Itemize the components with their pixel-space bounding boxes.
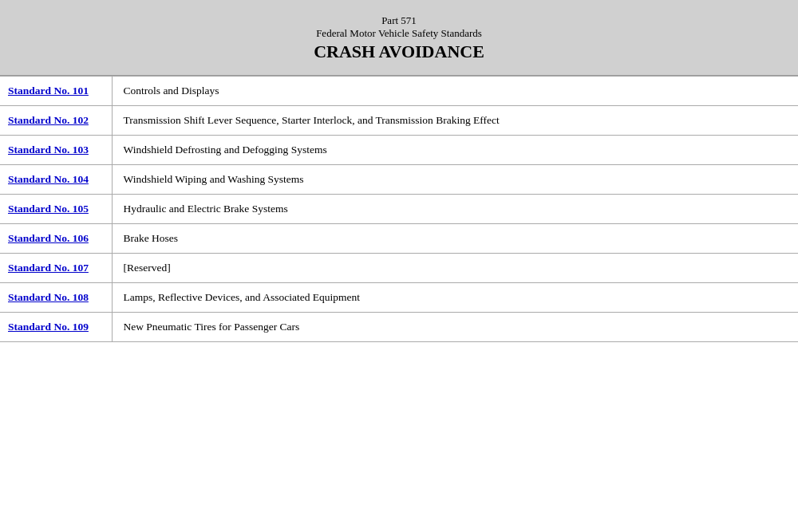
- standard-number-cell: Standard No. 102: [0, 106, 112, 136]
- standard-number-cell: Standard No. 109: [0, 313, 112, 342]
- standard-link[interactable]: Standard No. 107: [8, 262, 89, 274]
- standard-description-cell: [Reserved]: [112, 254, 798, 283]
- page-header: Part 571 Federal Motor Vehicle Safety St…: [0, 0, 798, 76]
- standard-number-cell: Standard No. 104: [0, 165, 112, 195]
- standard-description-cell: Windshield Wiping and Washing Systems: [112, 165, 798, 195]
- standard-link[interactable]: Standard No. 101: [8, 85, 89, 97]
- standard-link[interactable]: Standard No. 109: [8, 321, 89, 333]
- standard-description: New Pneumatic Tires for Passenger Cars: [124, 321, 300, 333]
- standard-description-cell: Transmission Shift Lever Sequence, Start…: [112, 106, 798, 136]
- table-row: Standard No. 101Controls and Displays: [0, 77, 798, 106]
- table-row: Standard No. 106Brake Hoses: [0, 224, 798, 254]
- standard-description: Windshield Wiping and Washing Systems: [124, 173, 304, 185]
- standard-description: Lamps, Reflective Devices, and Associate…: [124, 291, 361, 303]
- standard-number-cell: Standard No. 108: [0, 283, 112, 313]
- table-row: Standard No. 104Windshield Wiping and Wa…: [0, 165, 798, 195]
- standards-table-container: Standard No. 101Controls and DisplaysSta…: [0, 76, 798, 342]
- standard-description: Controls and Displays: [124, 85, 219, 97]
- standard-link[interactable]: Standard No. 104: [8, 173, 89, 185]
- standard-link[interactable]: Standard No. 108: [8, 291, 89, 303]
- standard-description-cell: Lamps, Reflective Devices, and Associate…: [112, 283, 798, 313]
- table-row: Standard No. 105Hydraulic and Electric B…: [0, 195, 798, 224]
- standard-description-cell: New Pneumatic Tires for Passenger Cars: [112, 313, 798, 342]
- standard-link[interactable]: Standard No. 103: [8, 144, 89, 156]
- standard-description: Hydraulic and Electric Brake Systems: [124, 203, 288, 215]
- standard-link[interactable]: Standard No. 105: [8, 203, 89, 215]
- standard-description: Windshield Defrosting and Defogging Syst…: [124, 144, 327, 156]
- table-row: Standard No. 102Transmission Shift Lever…: [0, 106, 798, 136]
- standards-table: Standard No. 101Controls and DisplaysSta…: [0, 76, 798, 342]
- header-subtitle: Federal Motor Vehicle Safety Standards: [8, 27, 790, 40]
- table-row: Standard No. 107[Reserved]: [0, 254, 798, 283]
- standard-link[interactable]: Standard No. 102: [8, 114, 89, 126]
- table-row: Standard No. 108Lamps, Reflective Device…: [0, 283, 798, 313]
- standard-number-cell: Standard No. 105: [0, 195, 112, 224]
- standard-number-cell: Standard No. 107: [0, 254, 112, 283]
- table-row: Standard No. 109New Pneumatic Tires for …: [0, 313, 798, 342]
- standard-link[interactable]: Standard No. 106: [8, 232, 89, 244]
- standard-number-cell: Standard No. 106: [0, 224, 112, 254]
- standard-description: Brake Hoses: [124, 232, 179, 244]
- standard-number-cell: Standard No. 101: [0, 77, 112, 106]
- standard-description-cell: Hydraulic and Electric Brake Systems: [112, 195, 798, 224]
- standard-description-cell: Controls and Displays: [112, 77, 798, 106]
- header-part: Part 571: [8, 14, 790, 27]
- standard-description-cell: Brake Hoses: [112, 224, 798, 254]
- standard-number-cell: Standard No. 103: [0, 136, 112, 165]
- standard-description: [Reserved]: [124, 262, 171, 274]
- table-row: Standard No. 103Windshield Defrosting an…: [0, 136, 798, 165]
- standard-description: Transmission Shift Lever Sequence, Start…: [124, 114, 500, 126]
- header-title: CRASH AVOIDANCE: [8, 41, 790, 62]
- standard-description-cell: Windshield Defrosting and Defogging Syst…: [112, 136, 798, 165]
